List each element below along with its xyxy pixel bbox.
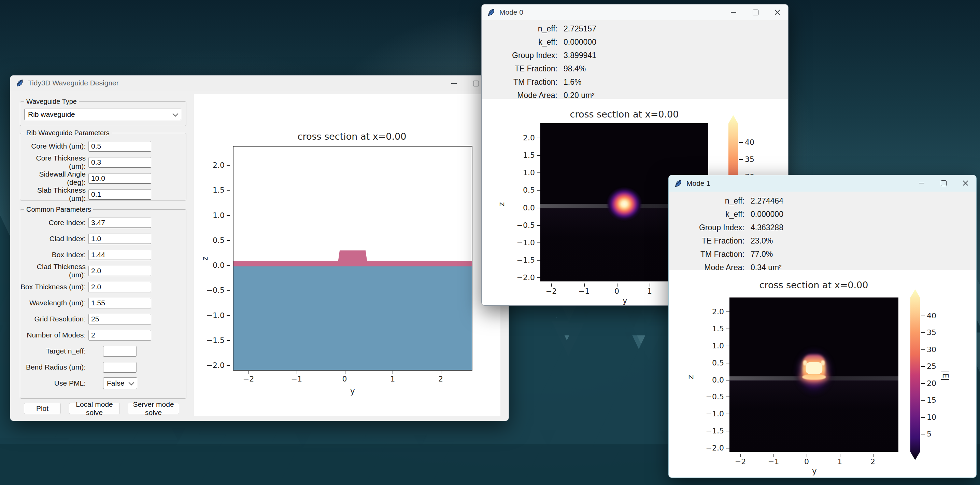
maximize-button[interactable] <box>745 5 766 20</box>
tick-label: 0.0 <box>504 204 540 212</box>
field-row: Box Index: <box>20 249 186 260</box>
minimize-icon <box>731 12 736 13</box>
field-label: Box Thickness (um): <box>20 283 86 291</box>
x-axis-ticks: −2−1012 <box>733 454 880 466</box>
minimize-icon <box>919 183 924 183</box>
tick-label: 0.0 <box>194 262 230 269</box>
tick-label: 1.5 <box>693 325 729 333</box>
colorbar-ticks: 403530252015105 <box>921 312 936 438</box>
x-axis-label: y <box>350 387 355 396</box>
x-axis-ticks: −2−1012 <box>544 284 690 296</box>
stat-label: TM Fraction: <box>482 78 557 87</box>
tick-label: −1.0 <box>504 239 540 247</box>
y-axis-ticks: 2.01.51.00.50.0−0.5−1.0−1.5−2.0 <box>504 134 540 281</box>
bend-radius-input[interactable] <box>103 362 137 373</box>
tick-label: 1.0 <box>693 342 729 350</box>
close-button[interactable] <box>766 5 788 20</box>
tick-label: 0 <box>337 371 352 384</box>
tick-label: 2 <box>433 371 448 384</box>
close-button[interactable] <box>955 175 976 191</box>
plot-button[interactable]: Plot <box>24 403 61 414</box>
minimize-button[interactable] <box>443 75 465 91</box>
tick-label: 2.0 <box>194 161 230 169</box>
plot-title: cross section at x=0.00 <box>298 131 407 142</box>
tick-label: 1.0 <box>194 212 230 219</box>
minimize-button[interactable] <box>911 175 932 191</box>
maximize-icon <box>752 10 759 15</box>
tick-label: 25 <box>921 363 936 370</box>
tick-label: 2.0 <box>504 134 540 142</box>
field-row: Use PML: False <box>20 378 186 389</box>
stat-value: 77.0% <box>751 250 783 259</box>
x-axis-label: y <box>812 467 817 475</box>
field-row: Bend Radius (um): <box>20 362 186 373</box>
box-thickness-input[interactable] <box>88 282 151 292</box>
waveguide-type-group: Waveguide Type Rib waveguide <box>20 101 186 126</box>
tick-label: −2 <box>733 454 748 466</box>
colorbar <box>910 289 920 460</box>
local-mode-solve-button[interactable]: Local mode solve <box>69 403 120 414</box>
core-index-input[interactable] <box>88 218 151 228</box>
stat-value: 2.274464 <box>751 196 783 206</box>
field-label: Clad Thickness (um): <box>20 263 86 279</box>
tick-label: −1.5 <box>504 257 540 264</box>
mode1-field-base-lobe <box>802 374 826 380</box>
colorbar-label: |E| <box>941 370 950 381</box>
app-feather-icon <box>16 79 24 87</box>
tick-label: −1.5 <box>194 337 230 344</box>
stat-value: 2.725157 <box>563 24 596 34</box>
y-axis-label: z <box>200 257 209 261</box>
tick-label: 35 <box>739 156 754 163</box>
stat-label: k_eff: <box>669 210 745 219</box>
tick-label: 0.0 <box>693 377 729 384</box>
tick-label: 30 <box>921 346 936 354</box>
window-tidy3d-waveguide-designer: Tidy3D Waveguide Designer Waveguide Type… <box>10 75 509 421</box>
use-pml-dropdown[interactable]: False <box>103 377 137 389</box>
stat-label: TE Fraction: <box>669 236 745 246</box>
tick-label: 1 <box>385 371 400 384</box>
mode0-titlebar[interactable]: Mode 0 <box>482 5 788 20</box>
box-index-input[interactable] <box>88 250 151 260</box>
chevron-down-icon <box>129 380 135 385</box>
slab-thickness-input[interactable] <box>88 189 151 200</box>
server-mode-solve-button[interactable]: Server mode solve <box>128 403 179 414</box>
sidewall-angle-input[interactable] <box>88 173 151 184</box>
waveguide-type-dropdown[interactable]: Rib waveguide <box>24 108 181 120</box>
plot-title: cross section at x=0.00 <box>759 280 869 290</box>
number-of-modes-input[interactable] <box>88 330 151 340</box>
window-mode-1: Mode 1 n_eff:2.274464 k_eff:0.000000 Gro… <box>668 175 977 478</box>
core-width-input[interactable] <box>88 141 151 152</box>
clad-thickness-input[interactable] <box>88 266 151 276</box>
tick-label: −2 <box>544 284 559 296</box>
tick-label: 0.5 <box>504 187 540 194</box>
stat-label: Group Index: <box>669 223 745 232</box>
main-titlebar[interactable]: Tidy3D Waveguide Designer <box>10 75 509 91</box>
target-neff-input[interactable] <box>103 346 137 357</box>
field-row: Sidewall Angle (deg): <box>20 173 186 184</box>
field-row: Core Width (um): <box>20 141 186 152</box>
desktop: Tidy3D Waveguide Designer Waveguide Type… <box>0 0 980 485</box>
tick-label: −1.0 <box>194 312 230 319</box>
mode1-field-core <box>806 362 822 374</box>
grid-resolution-input[interactable] <box>88 314 151 324</box>
stat-value: 98.4% <box>563 64 596 73</box>
plot-title: cross section at x=0.00 <box>570 109 679 120</box>
field-label: Sidewall Angle (deg): <box>20 170 86 187</box>
close-icon <box>963 180 968 186</box>
field-label: Box Index: <box>20 251 86 259</box>
minimize-button[interactable] <box>722 5 745 20</box>
tick-label: 1.0 <box>504 169 540 177</box>
maximize-button[interactable] <box>932 175 955 191</box>
tick-label: −1.5 <box>693 427 729 435</box>
field-label: Grid Resolution: <box>20 315 86 323</box>
tick-label: 15 <box>921 397 936 404</box>
field-row: Core Thickness (um): <box>20 157 186 168</box>
clad-index-input[interactable] <box>88 234 151 244</box>
tick-label: 1.5 <box>194 187 230 194</box>
core-thickness-input[interactable] <box>88 157 151 168</box>
group-label: Common Parameters <box>24 206 93 214</box>
app-feather-icon <box>674 179 682 188</box>
wavelength-input[interactable] <box>88 298 151 308</box>
mode1-titlebar[interactable]: Mode 1 <box>669 175 976 191</box>
tick-label: 0.5 <box>194 237 230 244</box>
